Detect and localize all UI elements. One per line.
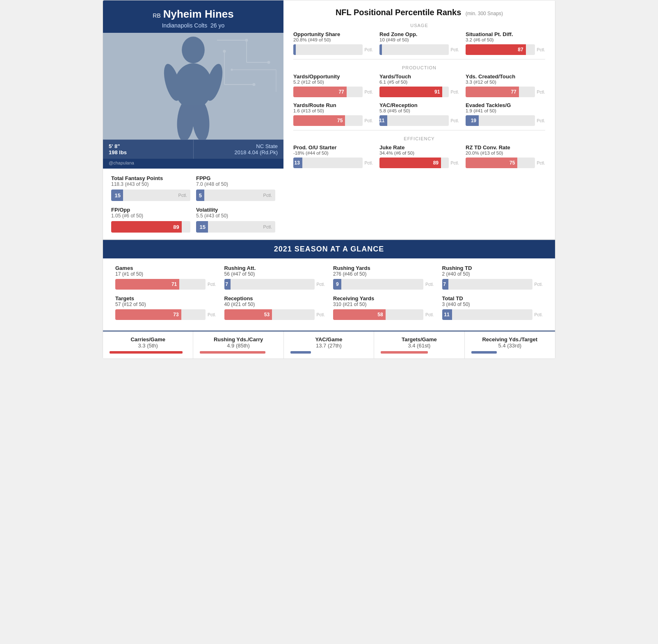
player-college-draft: NC State 2018 4.04 (Rd.Pk)	[194, 140, 284, 159]
bar-inner-rz-opp: 3	[379, 44, 382, 55]
metric-sit-pt-diff-rank: 3.2 (#6 of 50)	[466, 37, 545, 42]
bottom-stat-rushing-yds-carry: Rushing Yds./Carry 4.9 (85th)	[193, 331, 283, 359]
section-usage: USAGE	[293, 23, 545, 28]
metric-yards-opp: Yards/Opportunity 5.2 (#12 of 50) 77 Pct…	[293, 73, 373, 97]
bottom-stat-carries-game: Carries/Game 3.3 (5th)	[103, 331, 193, 359]
metric-opp-share-rank: 20.8% (#49 of 50)	[293, 37, 373, 42]
metric-title-tfp: Total Fantasy Points	[111, 175, 190, 181]
season-rushing-td: Rushing TD 2 (#40 of 50) 7 Pctl.	[442, 265, 543, 290]
metric-title-vol: Volatility	[196, 207, 275, 213]
player-college: NC State	[199, 143, 278, 149]
svg-point-4	[267, 61, 270, 64]
metric-prod-ou-starter: Prod. O/U Starter -18% (#44 of 50) 13 Pc…	[293, 144, 373, 168]
section-efficiency: EFFICIENCY	[293, 136, 545, 141]
metric-volatility: Volatility 5.5 (#43 of 50) 15 Pctl.	[196, 207, 275, 233]
player-photo-area	[103, 33, 283, 139]
bottom-stat-receiving-yds-target: Receiving Yds./Target 5.4 (33rd)	[465, 331, 555, 359]
metric-rz-td-conv: RZ TD Conv. Rate 20.0% (#13 of 50) 75 Pc…	[466, 144, 545, 168]
metric-fppg: FPPG 7.0 (#48 of 50) 5 Pctl.	[196, 175, 275, 201]
season-total-td: Total TD 3 (#40 of 50) 11 Pctl.	[442, 295, 543, 320]
metric-rz-opp-rank: 10 (#49 of 50)	[379, 37, 459, 42]
season-rushing-att: Rushing Att. 56 (#47 of 50) 7 Pctl.	[224, 265, 325, 290]
bar-pctl-sit-pt-diff: Pctl.	[537, 47, 545, 52]
metric-rank-tfp: 118.3 (#43 of 50)	[111, 181, 190, 187]
bottom-bar-rushing-yds-carry	[200, 351, 265, 354]
bottom-stat-yac-game: YAC/Game 13.7 (27th)	[284, 331, 374, 359]
season-grid: Games 17 (#1 of 50) 71 Pctl. Rushing Att…	[115, 265, 543, 320]
player-position: RB	[153, 12, 160, 19]
efficiency-grid: Prod. O/U Starter -18% (#44 of 50) 13 Pc…	[293, 144, 545, 168]
section-production: PRODUCTION	[293, 65, 545, 70]
player-weight: 198 lbs	[109, 149, 187, 155]
bottom-stats: Carries/Game 3.3 (5th) Rushing Yds./Carr…	[103, 331, 555, 359]
svg-point-12	[182, 37, 205, 63]
player-name: Nyheim Hines	[163, 8, 234, 20]
divider-usage-production	[293, 59, 545, 59]
bar-vol: 15 Pctl.	[196, 221, 275, 233]
bottom-bar-carries-game	[110, 351, 183, 354]
season-games: Games 17 (#1 of 50) 71 Pctl.	[115, 265, 216, 290]
player-stats-bar: 5' 8" 198 lbs NC State 2018 4.04 (Rd.Pk)	[103, 139, 283, 159]
bar-tfp: 15 Pctl.	[111, 190, 190, 201]
player-team: Indianapolis Colts	[162, 22, 208, 29]
bottom-bar-receiving-yds-target	[471, 351, 497, 354]
bar-row-sit-pt-diff: 87 Pctl.	[466, 44, 545, 55]
season-receiving-yards: Receiving Yards 310 (#21 of 50) 58 Pctl.	[333, 295, 434, 320]
usage-grid: Opportunity Share 20.8% (#49 of 50) 3 Pc…	[293, 31, 545, 55]
metric-rz-opp-title: Red Zone Opp.	[379, 31, 459, 37]
bar-label-tfp: Pctl.	[178, 193, 187, 198]
bar-wrap-rz-opp: 3	[379, 44, 449, 55]
player-silhouette-icon	[148, 33, 238, 139]
bar-fill-fpopp: 89	[111, 221, 182, 233]
lower-left-metrics: Total Fantasy Points 118.3 (#43 of 50) 1…	[103, 169, 283, 239]
bar-fill-fppg: 5	[196, 190, 204, 201]
metric-juke-rate: Juke Rate 34.4% (#6 of 50) 89 Pctl.	[379, 144, 459, 168]
production-grid: Yards/Opportunity 5.2 (#12 of 50) 77 Pct…	[293, 73, 545, 126]
metric-yac-reception: YAC/Reception 5.8 (#45 of 50) 11 Pctl.	[379, 102, 459, 126]
svg-point-8	[252, 83, 255, 86]
metric-sit-pt-diff-title: Situational Pt. Diff.	[466, 31, 545, 37]
season-content: Games 17 (#1 of 50) 71 Pctl. Rushing Att…	[103, 258, 555, 331]
bar-fill-vol: 15	[196, 221, 208, 233]
nfl-subtitle: (min. 300 Snaps)	[466, 11, 503, 16]
player-age: 26 yo	[210, 22, 224, 29]
metric-rank-fpopp: 1.05 (#6 of 50)	[111, 213, 190, 219]
metric-yards-route-run: Yards/Route Run 1.6 (#13 of 50) 75 Pctl.	[293, 102, 373, 126]
metric-evaded-tackles: Evaded Tackles/G 1.9 (#41 of 50) 19 Pctl…	[466, 102, 545, 126]
metric-fpopp: FP/Opp 1.05 (#6 of 50) 89	[111, 207, 190, 233]
metric-yards-touch: Yards/Touch 6.1 (#5 of 50) 91 Pctl.	[379, 73, 459, 97]
svg-point-3	[245, 39, 248, 41]
bar-fpopp: 89	[111, 221, 190, 233]
player-height-weight: 5' 8" 198 lbs	[103, 140, 194, 159]
player-team-age: Indianapolis Colts 26 yo	[111, 22, 275, 29]
bar-label-fppg: Pctl.	[263, 193, 272, 198]
nfl-title: NFL Positional Percentile Ranks	[336, 8, 461, 17]
bar-inner-opp-share: 3	[293, 44, 296, 55]
metric-sit-pt-diff: Situational Pt. Diff. 3.2 (#6 of 50) 87 …	[466, 31, 545, 55]
metric-rank-fppg: 7.0 (#48 of 50)	[196, 181, 275, 187]
bar-pctl-rz-opp: Pctl.	[451, 47, 459, 52]
metric-total-fantasy-points: Total Fantasy Points 118.3 (#43 of 50) 1…	[111, 175, 190, 201]
metric-title-fppg: FPPG	[196, 175, 275, 181]
main-container: RBNyheim Hines Indianapolis Colts 26 yo	[103, 0, 555, 359]
bar-row-rz-opp: 3 Pctl.	[379, 44, 459, 55]
top-section: RBNyheim Hines Indianapolis Colts 26 yo	[103, 0, 555, 240]
bottom-bar-yac-game	[290, 351, 311, 354]
bar-fppg: 5 Pctl.	[196, 190, 275, 201]
metric-yds-created-touch: Yds. Created/Touch 3.3 (#12 of 50) 77 Pc…	[466, 73, 545, 97]
bar-wrap-sit-pt-diff: 87	[466, 44, 535, 55]
player-header: RBNyheim Hines Indianapolis Colts 26 yo	[103, 0, 283, 33]
metric-title-fpopp: FP/Opp	[111, 207, 190, 213]
player-height: 5' 8"	[109, 143, 187, 149]
metric-rank-vol: 5.5 (#43 of 50)	[196, 213, 275, 219]
season-header: 2021 SEASON AT A GLANCE	[103, 240, 555, 258]
bar-pctl-opp-share: Pctl.	[365, 47, 373, 52]
season-receptions: Receptions 40 (#21 of 50) 53 Pctl.	[224, 295, 325, 320]
metric-opp-share-title: Opportunity Share	[293, 31, 373, 37]
bottom-bar-targets-game	[381, 351, 427, 354]
bar-label-vol: Pctl.	[263, 224, 272, 229]
player-draft: 2018 4.04 (Rd.Pk)	[199, 149, 278, 155]
metric-rz-opp: Red Zone Opp. 10 (#49 of 50) 3 Pctl.	[379, 31, 459, 55]
season-rushing-yards: Rushing Yards 276 (#46 of 50) 9 Pctl.	[333, 265, 434, 290]
divider-production-efficiency	[293, 130, 545, 130]
